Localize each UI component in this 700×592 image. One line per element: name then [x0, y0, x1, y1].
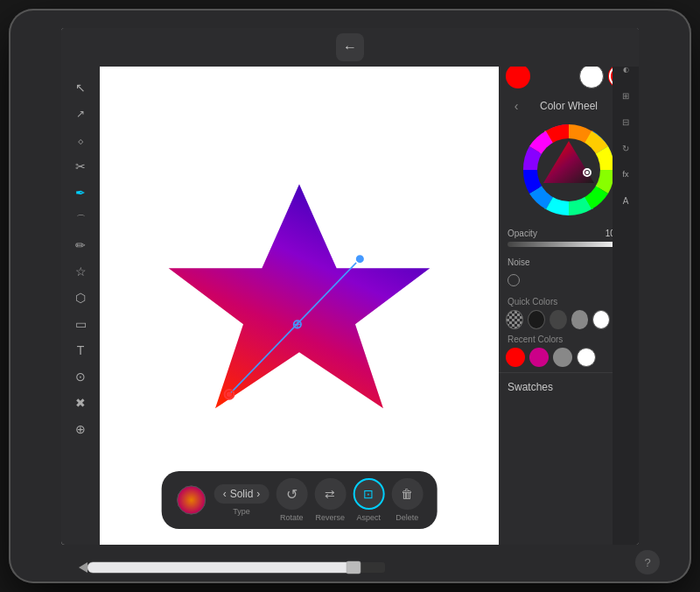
opacity-slider[interactable]: [508, 242, 630, 247]
gradient-indicator-item[interactable]: [176, 484, 207, 516]
type-label: Type: [233, 507, 250, 516]
aspect-label: Aspect: [357, 513, 382, 522]
color-wheel[interactable]: [521, 122, 617, 218]
grid-side-icon[interactable]: ⊟: [615, 112, 636, 131]
select-tool[interactable]: ↖: [66, 75, 94, 100]
pen-tool[interactable]: ✒: [66, 180, 94, 205]
gray-swatch[interactable]: [571, 310, 589, 329]
aspect-button[interactable]: ⊡: [353, 478, 384, 510]
color-mode-label: Color Wheel: [540, 100, 598, 112]
shape-tool[interactable]: ☆: [66, 259, 94, 284]
node-tool[interactable]: ⬦: [66, 128, 94, 152]
help-button[interactable]: ?: [635, 550, 660, 574]
opacity-label: Opacity: [508, 229, 537, 238]
screen: ← ↖ ↗ ⬦ ✂ ✒ ⌒ ✏ ☆ ⬡ ▭ T ⊙ ✖ ⊕: [61, 28, 639, 545]
right-panel: Color ⤢ ✕ ‹ Color Wheel ›: [499, 28, 639, 545]
rectangle-tool[interactable]: ▭: [66, 312, 94, 336]
device: ← ↖ ↗ ⬦ ✂ ✒ ⌒ ✏ ☆ ⬡ ▭ T ⊙ ✖ ⊕: [9, 9, 691, 583]
apple-pencil: [79, 555, 394, 580]
pencil-tool[interactable]: ✏: [66, 233, 94, 257]
delete-button[interactable]: 🗑: [391, 478, 423, 510]
text-side-icon[interactable]: A: [615, 191, 636, 210]
delete-tool[interactable]: ✖: [66, 391, 94, 415]
noise-toggle[interactable]: [508, 274, 520, 286]
aspect-item[interactable]: ⊡ Aspect: [353, 478, 384, 522]
noise-row: Noise 0 %: [508, 257, 630, 267]
star-shape[interactable]: [159, 166, 439, 446]
black-swatch[interactable]: [528, 310, 545, 329]
recent-pink-swatch[interactable]: [529, 348, 549, 367]
stroke-color-circle[interactable]: [579, 64, 604, 88]
prev-mode-button[interactable]: ‹: [508, 97, 525, 115]
fx-side-icon[interactable]: fx: [615, 165, 636, 184]
reverse-item[interactable]: ⇄ Reverse: [314, 478, 346, 522]
type-selector-item: ‹ Solid › Type: [214, 484, 270, 516]
transform-tool[interactable]: ⬡: [66, 285, 94, 310]
svg-rect-19: [346, 561, 360, 574]
noise-controls: [508, 271, 630, 290]
eyedropper-tool[interactable]: ⊙: [66, 364, 94, 389]
direct-select-tool[interactable]: ↗: [66, 102, 94, 126]
transparent-swatch[interactable]: [506, 310, 523, 329]
darkgray-swatch[interactable]: [550, 310, 567, 329]
type-selector[interactable]: ‹ Solid ›: [214, 484, 270, 504]
svg-point-4: [355, 254, 365, 264]
recent-red-swatch[interactable]: [506, 348, 525, 367]
back-button[interactable]: ←: [336, 33, 364, 61]
svg-point-15: [585, 171, 589, 174]
rotate-button[interactable]: ↺: [276, 478, 307, 510]
delete-label: Delete: [396, 513, 418, 522]
bottom-toolbar: ‹ Solid › Type ↺ Rotate ⇄ Reverse: [162, 471, 438, 529]
reverse-button[interactable]: ⇄: [314, 478, 346, 510]
delete-item[interactable]: 🗑 Delete: [391, 478, 423, 522]
rotate-label: Rotate: [280, 513, 304, 522]
svg-rect-16: [88, 562, 359, 573]
recent-white-swatch[interactable]: [577, 348, 596, 367]
prev-type-icon[interactable]: ‹: [223, 488, 227, 500]
zoom-tool[interactable]: ⊕: [66, 417, 94, 441]
left-toolbar: ← ↖ ↗ ⬦ ✂ ✒ ⌒ ✏ ☆ ⬡ ▭ T ⊙ ✖ ⊕: [61, 28, 100, 545]
white-swatch[interactable]: [592, 310, 610, 329]
svg-marker-17: [79, 562, 88, 573]
loop-side-icon[interactable]: ↻: [615, 138, 636, 158]
noise-label: Noise: [508, 257, 530, 267]
fill-color-circle[interactable]: [506, 64, 530, 88]
svg-rect-18: [359, 562, 385, 573]
svg-point-3: [227, 391, 232, 397]
svg-marker-0: [169, 184, 430, 408]
gradient-icon: [176, 484, 207, 516]
swatches-label: Swatches: [508, 381, 553, 393]
text-tool[interactable]: T: [66, 338, 94, 363]
type-value: Solid: [230, 488, 254, 500]
svg-point-9: [178, 486, 206, 514]
right-side-icons: ⬤ ◐ ⊞ ⊟ ↻ fx A: [612, 28, 639, 545]
opacity-row: Opacity 100 %: [508, 229, 630, 238]
rotate-item[interactable]: ↺ Rotate: [276, 478, 307, 522]
next-type-icon[interactable]: ›: [256, 488, 260, 500]
scissors-tool[interactable]: ✂: [66, 154, 94, 179]
reverse-label: Reverse: [316, 513, 346, 522]
brush-tool[interactable]: ⌒: [66, 207, 94, 231]
recent-gray-swatch[interactable]: [553, 348, 572, 367]
layers-side-icon[interactable]: ⊞: [615, 86, 636, 105]
canvas-area[interactable]: ⬜ ••• ⊞ ⊟ ≡: [100, 28, 499, 545]
